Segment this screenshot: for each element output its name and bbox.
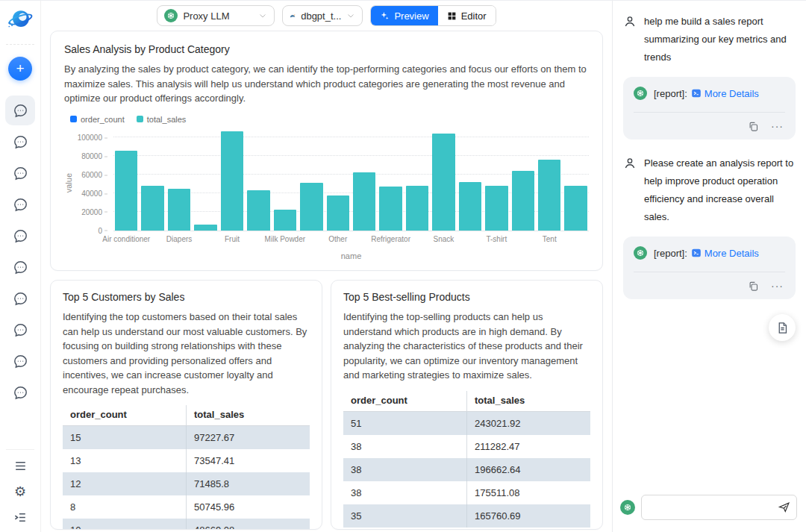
main-panel: Proxy LLM dbgpt_t... (41, 1, 612, 532)
assistant-message-card: [report]:More Details ··· (623, 77, 796, 140)
sidebar-chat-session[interactable] (5, 346, 35, 376)
assistant-message-text: [report]:More Details (654, 248, 759, 259)
sidebar-bottom-group: ⚙ (6, 449, 34, 525)
column-header: total_sales (467, 391, 591, 412)
table-row: 1271485.8 (63, 472, 310, 495)
bar-total_sales (247, 190, 269, 231)
chat-bubble-icon (13, 103, 28, 119)
bar-total_sales (300, 183, 322, 231)
chat-bubble-icon (13, 197, 28, 213)
table-row: 38196662.64 (343, 458, 590, 481)
chart-bars (113, 128, 589, 231)
more-details-link[interactable]: More Details (705, 248, 759, 259)
table-cell: 211282.47 (467, 435, 591, 458)
openai-knot (166, 11, 175, 20)
table-cell: 196662.64 (467, 458, 591, 481)
terminal-icon (691, 88, 702, 98)
column-header: total_sales (187, 405, 310, 426)
table-cell: 73547.41 (187, 449, 310, 472)
table-row: 35165760.69 (343, 504, 590, 528)
bar-total_sales (194, 225, 216, 231)
chevron-down-icon (346, 11, 355, 20)
assistant-message-card: [report]:More Details ··· (623, 237, 796, 299)
chat-panel: help me build a sales report summarizing… (612, 1, 806, 532)
dbgpt-logo-icon[interactable] (6, 5, 34, 34)
sidebar-chat-session[interactable] (5, 158, 35, 188)
x-axis-title: name (113, 251, 589, 260)
openai-icon (634, 87, 647, 100)
user-avatar-icon (623, 157, 637, 226)
copy-icon[interactable] (748, 281, 759, 292)
sidebar-chat-session[interactable] (5, 252, 35, 282)
model-select-value: Proxy LLM (183, 10, 229, 22)
table-cell: 175511.08 (467, 481, 591, 504)
x-axis-tick-label: Snack (434, 235, 454, 243)
bar-total_sales (432, 134, 454, 230)
table-cell: 15 (63, 426, 187, 450)
menu-icon[interactable] (13, 459, 28, 473)
user-avatar-icon (623, 15, 637, 66)
report-document-button[interactable] (769, 314, 796, 341)
chat-bubble-icon (13, 322, 28, 338)
table-row: 38175511.08 (343, 481, 590, 504)
sidebar-chat-session[interactable] (5, 221, 35, 251)
y-axis-tick-label: 20000 (81, 207, 107, 216)
legend-label: total_sales (147, 115, 187, 124)
new-chat-button[interactable]: + (8, 57, 32, 81)
send-icon[interactable] (778, 501, 790, 516)
chat-message-input[interactable] (641, 495, 797, 520)
legend-item-total-sales[interactable]: total_sales (137, 115, 187, 124)
more-actions-icon[interactable]: ··· (771, 120, 784, 132)
sidebar-chat-session[interactable] (5, 284, 35, 313)
bar-total_sales (353, 172, 375, 230)
openai-icon (634, 246, 647, 260)
copy-icon[interactable] (748, 121, 759, 132)
table-cell: 165760.69 (467, 504, 591, 528)
top-products-table: order_counttotal_sales51243021.923821128… (343, 391, 590, 528)
y-axis-tick-label: 40000 (81, 189, 107, 197)
terminal-icon (691, 248, 702, 258)
legend-swatch (137, 116, 143, 122)
x-axis-labels: Air conditionerDiapersFruitMilk PowderOt… (113, 235, 589, 245)
model-select[interactable]: Proxy LLM (157, 5, 275, 26)
editor-button[interactable]: Editor (438, 6, 496, 25)
openai-icon (164, 9, 178, 22)
chat-bubble-icon (13, 291, 28, 307)
left-sidebar: + (0, 1, 41, 532)
table-cell: 35 (343, 504, 467, 528)
sidebar-chat-session[interactable] (5, 378, 35, 407)
bar-total_sales (512, 171, 534, 231)
column-header: order_count (63, 405, 187, 426)
more-actions-icon[interactable]: ··· (771, 280, 784, 292)
table-cell: 8 (63, 495, 187, 519)
table-cell: 12 (63, 472, 187, 495)
sidebar-chat-session[interactable] (5, 315, 35, 345)
sidebar-chat-session[interactable] (5, 190, 35, 219)
x-axis-tick-label: Fruit (225, 235, 240, 243)
x-axis-tick-label: Other (328, 235, 347, 243)
bar-total_sales (115, 151, 137, 230)
table-row: 1597227.67 (63, 426, 310, 450)
sidebar-chat-session[interactable] (5, 127, 35, 157)
openai-knot (623, 503, 632, 512)
menu-unfold-icon[interactable] (13, 510, 28, 525)
user-message-text: Please create an analysis report to help… (644, 154, 796, 226)
table-row: 38211282.47 (343, 435, 590, 458)
legend-item-order-count[interactable]: order_count (70, 115, 125, 124)
settings-gear-icon[interactable]: ⚙ (14, 485, 26, 498)
sparkle-icon (380, 11, 390, 21)
chart-card-description: By analyzing the sales by product catego… (64, 62, 589, 106)
table-cell: 10 (63, 519, 187, 530)
bar-chart: value 020000400006000080000100000 Air co… (64, 128, 589, 260)
report-prefix: [report]: (654, 248, 687, 259)
more-details-link[interactable]: More Details (705, 88, 759, 99)
bar-total_sales (141, 186, 163, 230)
sidebar-divider (6, 44, 34, 45)
preview-button[interactable]: Preview (371, 6, 437, 25)
table-card-description: Identifying the top customers based on t… (63, 310, 310, 397)
database-select[interactable]: dbgpt_t... (282, 5, 363, 26)
table-cell: 38 (343, 435, 467, 458)
openai-knot (636, 248, 645, 257)
top-products-card: Top 5 Best-selling Products Identifying … (331, 280, 603, 530)
sidebar-chat-session[interactable] (5, 96, 35, 125)
